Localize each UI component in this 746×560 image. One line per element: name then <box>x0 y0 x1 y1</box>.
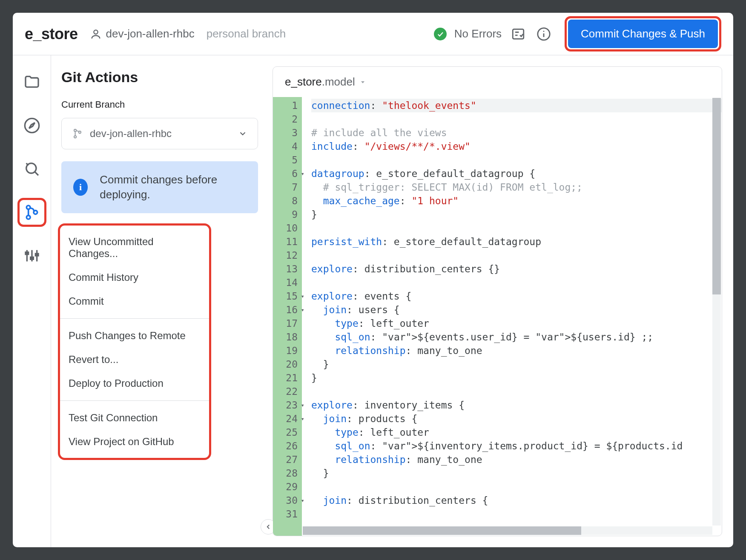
highlight-commit-button: Commit Changes & Push <box>565 16 721 51</box>
action-view-uncommitted[interactable]: View Uncommitted Changes... <box>60 230 209 266</box>
svg-point-21 <box>74 136 76 138</box>
project-title: e_store <box>25 25 78 43</box>
info-icon[interactable] <box>535 25 553 43</box>
caret-down-icon <box>359 79 366 86</box>
highlight-git-actions: View Uncommitted Changes... Commit Histo… <box>58 223 211 460</box>
branch-name[interactable]: dev-jon-allen-rhbc <box>106 27 195 40</box>
divider <box>60 400 209 401</box>
nav-rail <box>13 55 51 547</box>
current-branch-label: Current Branch <box>61 99 258 110</box>
svg-marker-23 <box>361 81 364 83</box>
horizontal-scrollbar[interactable] <box>303 526 712 535</box>
branch-icon <box>72 128 83 139</box>
svg-rect-18 <box>30 257 33 259</box>
commit-banner: i Commit changes before deploying. <box>61 161 258 213</box>
commit-banner-text: Commit changes before deploying. <box>100 172 246 202</box>
svg-line-10 <box>34 172 38 175</box>
action-view-github[interactable]: View Project on GitHub <box>60 430 209 454</box>
nav-settings-icon[interactable] <box>21 245 43 266</box>
svg-point-6 <box>543 31 545 32</box>
top-bar: e_store dev-jon-allen-rhbc personal bran… <box>13 13 733 55</box>
person-icon <box>90 28 102 40</box>
code-content[interactable]: connection: "thelook_events"# include al… <box>302 97 722 536</box>
file-base: e_store <box>285 75 322 88</box>
code-editor[interactable]: 1234567891011121314151617181920212223242… <box>273 97 722 536</box>
branch-selector[interactable]: dev-jon-allen-rhbc <box>61 118 258 149</box>
divider <box>60 318 209 319</box>
vertical-scrollbar[interactable] <box>712 98 721 526</box>
scroll-thumb[interactable] <box>303 526 581 535</box>
branch-selector-value: dev-jon-allen-rhbc <box>90 128 172 140</box>
svg-rect-1 <box>513 29 524 39</box>
svg-marker-8 <box>29 123 34 128</box>
nav-explore-icon[interactable] <box>21 115 43 136</box>
branch-type-label: personal branch <box>207 27 286 40</box>
commit-push-button[interactable]: Commit Changes & Push <box>568 20 718 48</box>
action-commit-history[interactable]: Commit History <box>60 266 209 289</box>
validation-ok-icon <box>434 28 447 40</box>
chevron-down-icon <box>238 129 247 138</box>
svg-rect-19 <box>35 254 38 256</box>
nav-files-icon[interactable] <box>21 71 43 93</box>
action-test-connection[interactable]: Test Git Connection <box>60 406 209 430</box>
editor-file-tab[interactable]: e_store.model <box>273 67 722 97</box>
info-badge-icon: i <box>73 179 88 196</box>
git-panel-title: Git Actions <box>61 69 258 86</box>
svg-point-7 <box>25 118 39 132</box>
validation-status: No Errors <box>454 27 502 40</box>
action-commit[interactable]: Commit <box>60 289 209 313</box>
app-window: e_store dev-jon-allen-rhbc personal bran… <box>13 13 733 547</box>
svg-point-12 <box>26 215 30 219</box>
check-details-icon[interactable] <box>509 25 527 43</box>
nav-search-icon[interactable] <box>21 158 43 180</box>
scroll-thumb[interactable] <box>712 98 721 294</box>
svg-point-0 <box>94 30 98 34</box>
svg-point-11 <box>26 206 30 209</box>
action-revert[interactable]: Revert to... <box>60 348 209 371</box>
editor-card: e_store.model 12345678910111213141516171… <box>273 66 722 536</box>
action-push-remote[interactable]: Push Changes to Remote <box>60 324 209 348</box>
highlight-git-nav <box>17 198 46 227</box>
action-deploy[interactable]: Deploy to Production <box>60 371 209 395</box>
nav-git-icon[interactable] <box>21 202 43 223</box>
git-actions-panel: Git Actions Current Branch dev-jon-allen… <box>51 55 268 547</box>
file-ext: .model <box>322 75 355 88</box>
svg-rect-17 <box>26 252 29 254</box>
line-gutter: 1234567891011121314151617181920212223242… <box>273 97 302 536</box>
svg-point-20 <box>74 129 76 131</box>
editor-area: e_store.model 12345678910111213141516171… <box>268 55 733 547</box>
